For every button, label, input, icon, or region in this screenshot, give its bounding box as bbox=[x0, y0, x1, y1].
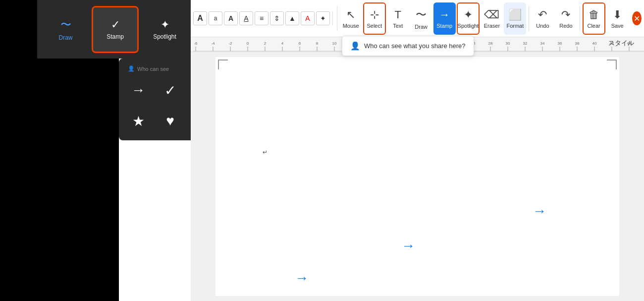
svg-text:4: 4 bbox=[281, 41, 284, 46]
redo-label: Redo bbox=[559, 23, 572, 29]
share-tooltip-text: Who can see what you share here? bbox=[364, 42, 466, 50]
svg-text:-2: -2 bbox=[228, 41, 232, 46]
draw-wavy-icon: 〜 bbox=[60, 17, 71, 32]
font-bold-A[interactable]: A bbox=[224, 11, 238, 25]
person-icon: 👤 bbox=[128, 65, 135, 72]
font-underline-A[interactable]: A bbox=[239, 11, 253, 25]
select-label: Select bbox=[367, 23, 382, 29]
font-size-aa-large[interactable]: A bbox=[193, 11, 207, 25]
font-controls: A a A A ≡ ⇕ ▲ A ✦ bbox=[193, 11, 333, 25]
stamp-label: Stamp bbox=[436, 23, 452, 29]
mouse-label: Mouse bbox=[343, 23, 359, 29]
style-label: スタイル bbox=[608, 39, 634, 48]
clear-trash-icon: 🗑 bbox=[589, 8, 599, 21]
svg-text:8: 8 bbox=[316, 41, 319, 46]
canvas-page: ↵ → → → bbox=[215, 57, 619, 296]
draw-icon: 〜 bbox=[416, 7, 427, 22]
svg-text:6: 6 bbox=[299, 41, 301, 46]
svg-text:28: 28 bbox=[488, 41, 493, 46]
stamp-heart[interactable]: ♥ bbox=[156, 107, 185, 135]
divider-1 bbox=[337, 6, 337, 31]
spotlight-label: Spotlight bbox=[458, 23, 479, 29]
cursor-symbol-1: ↵ bbox=[263, 149, 268, 156]
svg-text:-6: -6 bbox=[194, 41, 198, 46]
canvas-stamp-1: → bbox=[533, 203, 546, 219]
format-button[interactable]: ⬜ Format bbox=[504, 2, 526, 35]
stamp-arrow[interactable]: → bbox=[124, 76, 153, 105]
text-icon: T bbox=[395, 8, 401, 21]
clear-button[interactable]: 🗑 Clear bbox=[583, 2, 605, 35]
format-label: Format bbox=[506, 23, 524, 29]
save-label: Save bbox=[611, 23, 624, 29]
spotlight-button[interactable]: ✦ Spotlight bbox=[457, 2, 480, 35]
stamp-star[interactable]: ★ bbox=[124, 107, 153, 135]
stamp-check-icon: ✓ bbox=[111, 18, 120, 31]
select-button[interactable]: ⊹ Select bbox=[363, 2, 386, 35]
draw-tool-spotlight[interactable]: ✦ Spotlight bbox=[141, 6, 188, 53]
corner-tl bbox=[218, 60, 228, 69]
stamp-button[interactable]: → Stamp bbox=[433, 2, 456, 35]
save-icon: ⬇ bbox=[613, 8, 622, 21]
svg-text:40: 40 bbox=[592, 41, 597, 46]
undo-icon: ↶ bbox=[538, 8, 547, 21]
stamp-check[interactable]: ✓ bbox=[156, 76, 185, 105]
text-button[interactable]: T Text bbox=[387, 2, 409, 35]
undo-label: Undo bbox=[536, 23, 549, 29]
select-icon: ⊹ bbox=[370, 8, 379, 21]
redo-button[interactable]: ↷ Redo bbox=[555, 2, 577, 35]
undo-button[interactable]: ↶ Undo bbox=[532, 2, 554, 35]
draw-tool-stamp[interactable]: ✓ Stamp bbox=[92, 6, 139, 53]
canvas-stamp-2: → bbox=[401, 238, 415, 254]
canvas-area[interactable]: ↵ → → → bbox=[191, 52, 644, 301]
svg-text:32: 32 bbox=[523, 41, 528, 46]
save-button[interactable]: ⬇ Save bbox=[606, 2, 629, 35]
svg-text:0: 0 bbox=[247, 41, 249, 46]
share-tooltip: 👤 Who can see what you share here? bbox=[342, 36, 474, 56]
divider-3 bbox=[580, 6, 580, 31]
canvas-stamp-3: → bbox=[295, 270, 309, 286]
font-list-icon[interactable]: ≡ bbox=[255, 11, 268, 25]
svg-text:10: 10 bbox=[332, 41, 337, 46]
redo-icon: ↷ bbox=[561, 8, 570, 21]
text-label: Text bbox=[393, 23, 403, 29]
format-icon: ⬜ bbox=[508, 8, 522, 21]
left-panel bbox=[0, 0, 37, 301]
svg-text:36: 36 bbox=[558, 41, 562, 46]
font-sparkle-icon[interactable]: ✦ bbox=[316, 11, 330, 25]
mouse-icon: ↖ bbox=[346, 8, 355, 21]
svg-text:-4: -4 bbox=[211, 41, 215, 46]
font-size-aa-small[interactable]: a bbox=[209, 11, 222, 25]
corner-tr bbox=[607, 60, 617, 69]
spotlight-icon: ✦ bbox=[464, 8, 473, 21]
svg-text:30: 30 bbox=[506, 41, 510, 46]
font-color-A[interactable]: A bbox=[301, 11, 315, 25]
mouse-button[interactable]: ↖ Mouse bbox=[340, 2, 362, 35]
spotlight-sparkle-icon: ✦ bbox=[161, 18, 169, 31]
draw-label: Draw bbox=[415, 24, 428, 30]
svg-text:2: 2 bbox=[264, 41, 267, 46]
divider-2 bbox=[529, 6, 529, 31]
spotlight-label: Spotlight bbox=[153, 33, 176, 40]
stamp-arrow-icon: → bbox=[439, 8, 450, 21]
top-toolbar: A a A A ≡ ⇕ ▲ A ✦ ↖ Mouse ⊹ Select T Tex… bbox=[191, 0, 644, 37]
stamp-label: Stamp bbox=[107, 33, 124, 40]
font-spacing-icon[interactable]: ⇕ bbox=[270, 11, 284, 25]
draw-label: Draw bbox=[58, 34, 72, 41]
clear-label: Clear bbox=[587, 23, 600, 29]
svg-text:38: 38 bbox=[575, 41, 580, 46]
eraser-button[interactable]: ⌫ Eraser bbox=[481, 2, 503, 35]
eraser-label: Eraser bbox=[484, 23, 500, 29]
close-icon: ✕ bbox=[634, 14, 640, 23]
draw-tool-draw[interactable]: 〜 Draw bbox=[42, 6, 89, 53]
close-button[interactable]: ✕ bbox=[632, 11, 642, 25]
draw-button[interactable]: 〜 Draw bbox=[410, 2, 432, 35]
font-highlight-A[interactable]: ▲ bbox=[285, 11, 299, 25]
svg-text:34: 34 bbox=[540, 41, 545, 46]
stamp-header-text: Who can see bbox=[137, 66, 169, 72]
share-person-icon: 👤 bbox=[350, 41, 360, 51]
eraser-icon: ⌫ bbox=[484, 8, 499, 21]
